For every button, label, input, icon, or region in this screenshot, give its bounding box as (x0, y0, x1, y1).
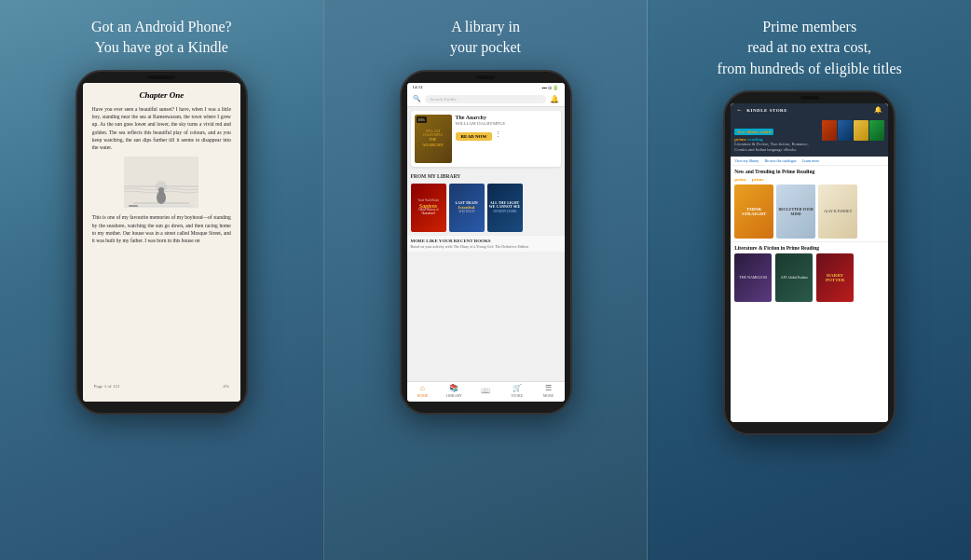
reading-screen: Chapter One Have you ever seen a beautif… (83, 83, 240, 402)
prime-badges: prime prime (734, 177, 884, 182)
banner-book-1 (822, 120, 837, 141)
trending-section: New and Trending in Prime Reading prime … (731, 166, 888, 241)
more-icon: ☰ (545, 385, 552, 392)
from-library-label: FROM MY LIBRARY (407, 171, 565, 181)
trending-books: THINK STRAIGHT DECLUTTER YOUR MIND AJAY … (734, 184, 884, 239)
svg-rect-7 (129, 205, 138, 207)
search-input[interactable]: Search Kindle (425, 95, 546, 103)
book-light[interactable]: ALL THE LIGHT WE CANNOT SEE ANTHONY DOER… (487, 184, 523, 232)
nav-home[interactable]: ⌂ HOME (407, 385, 439, 398)
book-ajay[interactable]: AJAY K PANDEY (818, 184, 857, 239)
panel-prime-reading: Prime membersread at no extra cost,from … (648, 0, 971, 560)
store-icon: 🛒 (513, 385, 522, 392)
nav-home-label: HOME (417, 393, 429, 398)
more-like-section: MORE LIKE YOUR RECENT BOOKS Based on you… (407, 235, 565, 252)
read-now-button[interactable]: READ NOW (456, 132, 493, 141)
prime-badge-1: prime (734, 177, 746, 182)
prime-banner-tag: New eBooks added (734, 129, 773, 135)
featured-book-info: The Anarchy WILLIAM DALRYMPLE READ NOW ⋮ (456, 115, 557, 141)
banner-categories: Literature & Fiction, Non fiction, Roman… (734, 142, 819, 153)
svg-point-3 (157, 191, 166, 204)
page-percent: 4% (223, 384, 229, 389)
nav-more-label: MORE (543, 393, 554, 398)
book-think-straight[interactable]: THINK STRAIGHT (734, 184, 773, 239)
prime-badge-2: prime (752, 177, 764, 182)
more-label: MORE LIKE YOUR RECENT BOOKS (411, 239, 561, 243)
lit-heading: Literature & Fiction in Prime Reading (734, 245, 884, 251)
view-links: View my library Browse the catalogue Lea… (731, 157, 888, 166)
banner-book-4 (869, 120, 884, 141)
search-placeholder: Search Kindle (431, 97, 457, 102)
phone-mockup-2: 14:51 ▪▪▪ ⊙ 🔋 🔍 Search Kindle 🔔 16% (400, 70, 572, 415)
svg-rect-6 (129, 205, 194, 207)
page-info: Page 1 of 112 4% (94, 384, 229, 389)
banner-tag-text: New eBooks added (737, 130, 771, 134)
lit-section: Literature & Fiction in Prime Reading TH… (731, 241, 888, 305)
panel3-heading: Prime membersread at no extra cost,from … (699, 0, 921, 90)
reading-percent: 16% (417, 116, 427, 123)
reading-illustration (124, 157, 198, 208)
featured-book[interactable]: 16% WILLIAM DALRYMPLE THE ANARCHY The An… (411, 111, 561, 167)
book-istanbul[interactable]: LAST TRAIN Istanbul AYŞE KULIN (449, 184, 485, 232)
book-sapiens[interactable]: Yuval Noah Harari Sapiens A Brief Histor… (411, 184, 446, 232)
search-icon: 🔍 (413, 95, 421, 102)
panel1-heading: Got an Android Phone?You have got a Kind… (73, 0, 251, 70)
prime-banner: New eBooks added prime reading Literatur… (731, 116, 888, 157)
banner-book-2 (838, 120, 853, 141)
bell-icon[interactable]: 🔔 (874, 106, 882, 114)
nav-more[interactable]: ☰ MORE (533, 385, 565, 398)
library-books: Yuval Noah Harari Sapiens A Brief Histor… (407, 181, 565, 235)
phone-mockup-1: Chapter One Have you ever seen a beautif… (75, 70, 248, 415)
more-subtitle: Based on your activity with: The Diary o… (411, 244, 561, 249)
banner-book-3 (854, 120, 868, 141)
book-declutter[interactable]: DECLUTTER YOUR MIND (776, 184, 815, 239)
panel-android-kindle: Got an Android Phone?You have got a Kind… (0, 0, 323, 560)
kindle-app-screen: 14:51 ▪▪▪ ⊙ 🔋 🔍 Search Kindle 🔔 16% (407, 83, 565, 402)
reading-icon: 📖 (481, 388, 490, 395)
book-nameless[interactable]: THE NAMELESS (734, 253, 772, 302)
status-icons: ▪▪▪ ⊙ 🔋 (542, 85, 559, 90)
store-title: KINDLE STORE (746, 108, 870, 113)
nav-library[interactable]: 📚 LIBRARY (438, 385, 470, 398)
browse-catalogue-link[interactable]: Browse the catalogue (764, 158, 796, 163)
learn-more-link[interactable]: Learn more (802, 158, 820, 163)
back-icon[interactable]: ← (736, 106, 743, 114)
library-icon: 📚 (449, 385, 458, 392)
phone-mockup-3: ← KINDLE STORE 🔔 New eBooks added prime … (723, 90, 896, 435)
nav-library-label: LIBRARY (446, 393, 462, 398)
prime-screen: ← KINDLE STORE 🔔 New eBooks added prime … (731, 103, 888, 422)
reading-text-top: Have you ever seen a beautiful sunset? I… (92, 105, 231, 152)
chapter-title: Chapter One (92, 90, 231, 100)
featured-book-cover: 16% WILLIAM DALRYMPLE THE ANARCHY (415, 115, 452, 163)
banner-book-covers (822, 120, 884, 141)
nav-store[interactable]: 🛒 STORE (501, 385, 533, 398)
featured-author: WILLIAM DALRYMPLE (456, 121, 557, 126)
featured-title: The Anarchy (456, 115, 557, 120)
bottom-nav: ⌂ HOME 📚 LIBRARY 📖 🛒 STORE (407, 381, 565, 402)
view-library-link[interactable]: View my library (734, 158, 759, 163)
panel2-heading: A library inyour pocket (431, 0, 540, 70)
nav-store-label: STORE (511, 393, 523, 398)
book-harry-potter[interactable]: HARRY POTTER (816, 253, 854, 302)
search-bar[interactable]: 🔍 Search Kindle 🔔 (407, 92, 565, 107)
kindle-store-header: ← KINDLE STORE 🔔 (731, 103, 888, 116)
status-bar: 14:51 ▪▪▪ ⊙ 🔋 (407, 83, 565, 92)
panel-library-pocket: A library inyour pocket 14:51 ▪▪▪ ⊙ 🔋 🔍 … (323, 0, 649, 560)
notification-icon: 🔔 (550, 95, 559, 103)
more-options-icon[interactable]: ⋮ (495, 130, 501, 138)
nav-reading[interactable]: 📖 (470, 388, 501, 396)
page-label: Page 1 of 112 (94, 384, 119, 389)
lit-books: THE NAMELESS APJ Abdul Kalam HARRY POTTE… (734, 253, 884, 302)
reading-text-bottom: This is one of my favourite memories of … (92, 213, 231, 244)
status-time: 14:51 (413, 85, 423, 89)
book-apj[interactable]: APJ Abdul Kalam (775, 253, 813, 302)
home-icon: ⌂ (420, 385, 425, 392)
trending-heading: New and Trending in Prime Reading (734, 169, 884, 174)
svg-point-4 (158, 187, 164, 193)
